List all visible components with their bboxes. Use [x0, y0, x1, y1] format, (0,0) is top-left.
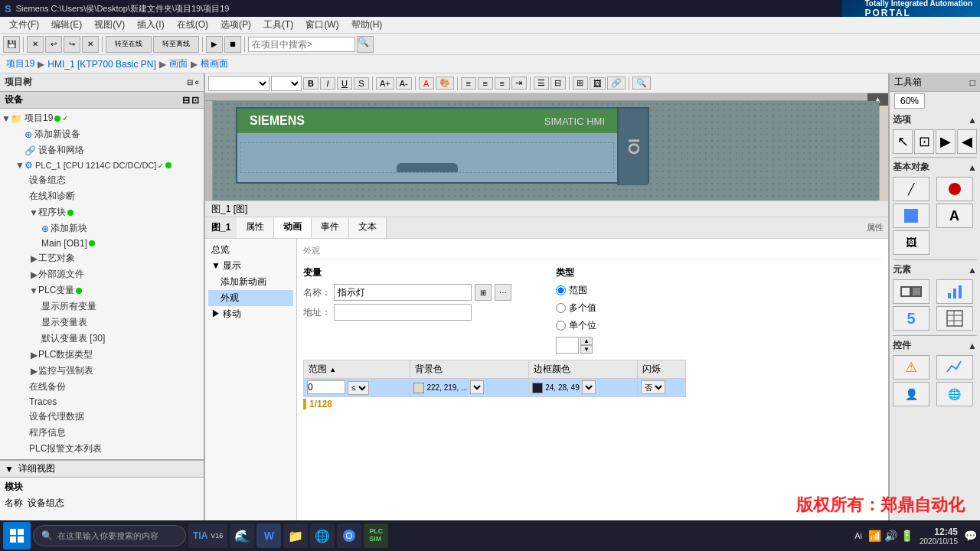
font-size-select[interactable]	[271, 76, 302, 91]
menu-online[interactable]: 在线(O)	[171, 17, 214, 33]
bgcolor-select-0[interactable]: ▼	[470, 380, 484, 394]
type-range-radio[interactable]	[556, 285, 566, 295]
type-option-single[interactable]: 单个位	[556, 319, 596, 332]
tree-item-plc1[interactable]: ▼ ⚙ PLC_1 [CPU 1214C DC/DC/DC] ✓	[2, 158, 202, 172]
taskbar-app-chrome[interactable]	[337, 523, 361, 548]
type-option-range[interactable]: 范围	[556, 284, 596, 297]
prop-tree-move[interactable]: ▶ 移动	[208, 306, 293, 322]
project-search-input[interactable]	[248, 37, 355, 52]
bold-button[interactable]: B	[303, 77, 318, 90]
range-input-0[interactable]	[307, 380, 345, 394]
toolbar-btn-4[interactable]: ✕	[82, 36, 99, 53]
menu-insert[interactable]: 插入(I)	[131, 17, 170, 33]
table-btn[interactable]: ⊞	[573, 77, 588, 90]
tree-item-online-backup[interactable]: 在线备份	[2, 379, 202, 395]
menu-options[interactable]: 选项(P)	[214, 17, 257, 33]
breadcrumb-root[interactable]: 根画面	[201, 57, 228, 70]
offline-btn[interactable]: 转至离线	[153, 36, 199, 53]
tree-item-program-blocks[interactable]: ▼ 程序块	[2, 204, 202, 220]
toolbar-btn-6[interactable]: ⏹	[224, 36, 241, 53]
online-btn[interactable]: 转至在线	[106, 36, 152, 53]
bar-chart-tool[interactable]	[936, 279, 973, 304]
table-row-0[interactable]: ≤ 222, 219, ... ▼ 24,	[304, 379, 686, 397]
taskbar-app-plcsim[interactable]: PLCSIM	[364, 523, 388, 548]
alarm-tool[interactable]: ⚠	[893, 355, 929, 380]
tab-properties[interactable]: 属性	[237, 217, 274, 238]
tree-item-alarm-list[interactable]: PLC报警文本列表	[2, 441, 202, 457]
tree-item-plc-data-types[interactable]: ▶ PLC数据类型	[2, 347, 202, 363]
section-element-collapse[interactable]: ▲	[968, 265, 977, 276]
toolbar-btn-1[interactable]: ✕	[27, 36, 44, 53]
image-btn[interactable]: 🖼	[590, 77, 606, 90]
taskbar-app-word[interactable]: W	[256, 523, 281, 548]
tree-item-program-info[interactable]: 程序信息	[2, 425, 202, 441]
hmi-display-panel[interactable]: SIEMENS SIMATIC HMI IO	[236, 107, 649, 184]
type-spinbox-val[interactable]	[556, 337, 579, 354]
taskbar-app-edge[interactable]: 🌊	[230, 523, 254, 548]
strikethrough-button[interactable]: S	[354, 77, 369, 90]
breadcrumb-screen[interactable]: 画面	[169, 57, 188, 70]
bordercolor-select-0[interactable]: ▼	[582, 380, 596, 394]
prop-tree-display[interactable]: ▼ 显示	[208, 258, 293, 274]
type-multi-radio[interactable]	[556, 303, 566, 313]
start-button[interactable]	[3, 522, 31, 549]
select-tool[interactable]: ⊡	[914, 129, 934, 154]
col-bgcolor[interactable]: 背景色	[410, 360, 529, 379]
search-btn[interactable]: 🔍	[632, 77, 651, 90]
properties-side-label[interactable]: 属性	[862, 220, 888, 235]
spinbox-down-btn[interactable]: ▼	[580, 345, 593, 354]
line-tool[interactable]: ╱	[893, 177, 929, 201]
tree-item-add-block[interactable]: ⊕ 添加新块	[2, 220, 202, 236]
section-control-collapse[interactable]: ▲	[968, 341, 977, 351]
highlight-btn[interactable]: 🎨	[436, 77, 454, 90]
prop-tree-overview[interactable]: 总览	[208, 242, 293, 258]
list-btn[interactable]: ☰	[534, 77, 549, 90]
image-tool[interactable]: 🖼	[893, 230, 929, 255]
tree-panel-icon-1[interactable]: ⊟	[187, 78, 193, 86]
toolbar-btn-3[interactable]: ↪	[64, 36, 80, 53]
tree-item-ext-src[interactable]: ▶ 外部源文件	[2, 266, 202, 282]
toolbar-btn-2[interactable]: ↩	[45, 36, 62, 53]
col-bordercolor[interactable]: 边框颜色	[528, 360, 637, 379]
tab-text[interactable]: 文本	[349, 217, 387, 238]
devices-btn-1[interactable]: ⊟	[182, 95, 190, 106]
taskbar-app-tia[interactable]: TIA V16	[188, 523, 227, 548]
link-btn[interactable]: 🔗	[607, 77, 626, 90]
menu-view[interactable]: 视图(V)	[88, 17, 131, 33]
toolbox-collapse-btn[interactable]: □	[970, 77, 975, 88]
arrow-right-tool[interactable]: ▶	[936, 129, 956, 154]
menu-tools[interactable]: 工具(T)	[257, 17, 299, 33]
tab-events[interactable]: 事件	[312, 217, 349, 238]
spinbox-up-btn[interactable]: ▲	[580, 337, 593, 345]
tree-item-device-config[interactable]: 设备组态	[2, 172, 202, 188]
toolbar-btn-5[interactable]: ▶	[206, 36, 223, 53]
italic-button[interactable]: I	[320, 77, 335, 90]
tree-item-add-device[interactable]: ⊕ 添加新设备	[2, 126, 202, 142]
circle-tool[interactable]	[936, 177, 973, 201]
range-select-0[interactable]: ≤	[348, 381, 369, 395]
table-tool[interactable]	[936, 306, 973, 331]
font-color-btn[interactable]: A	[419, 77, 434, 90]
tree-item-plc-vars[interactable]: ▼ PLC变量	[2, 282, 202, 298]
font-size-increase-btn[interactable]: A+	[376, 77, 394, 90]
breadcrumb-project[interactable]: 项目19	[6, 57, 34, 70]
tree-item-tech[interactable]: ▶ 工艺对象	[2, 250, 202, 266]
col-flash[interactable]: 闪烁	[637, 360, 685, 379]
text-tool[interactable]: A	[936, 204, 973, 228]
font-size-decrease-btn[interactable]: A-	[396, 77, 412, 90]
col-range[interactable]: 范围 ▲	[304, 360, 410, 379]
tree-item-network[interactable]: 🔗 设备和网络	[2, 142, 202, 158]
tree-item-main-ob1[interactable]: Main [OB1]	[2, 236, 202, 250]
tree-item-project[interactable]: ▼ 📁 项目19 ✓	[2, 110, 202, 126]
tree-item-show-all-vars[interactable]: 显示所有变量	[2, 298, 202, 315]
devices-btn-2[interactable]: ⊡	[191, 95, 199, 106]
type-single-radio[interactable]	[556, 321, 566, 331]
taskbar-app-folder[interactable]: 📁	[283, 523, 308, 548]
number-tool[interactable]: 5	[893, 306, 929, 331]
var-link-btn[interactable]: ⊞	[475, 284, 492, 301]
tree-collapse-btn[interactable]: «	[194, 78, 199, 86]
menu-help[interactable]: 帮助(H)	[345, 17, 389, 33]
font-name-select[interactable]	[208, 76, 270, 91]
arrow-left-tool[interactable]: ◀	[957, 129, 977, 154]
section-collapse-icon[interactable]: ▲	[968, 115, 977, 126]
